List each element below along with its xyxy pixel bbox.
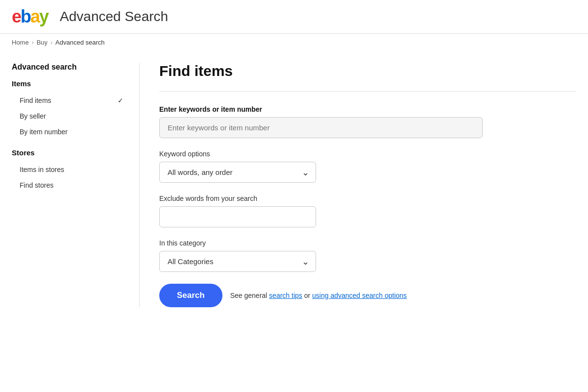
sidebar-stores-label: Stores — [12, 148, 127, 157]
search-footer: Search See general search tips or using … — [159, 284, 576, 307]
breadcrumb-sep-2: › — [50, 39, 52, 46]
breadcrumb-buy[interactable]: Buy — [37, 39, 48, 46]
check-icon: ✓ — [118, 97, 123, 104]
sidebar-item-by-item-number-label: By item number — [20, 128, 68, 136]
keyword-options-select-wrapper: All words, any order Any words, some ord… — [159, 162, 316, 183]
sidebar-item-by-seller[interactable]: By seller — [12, 109, 127, 123]
category-group: In this category All Categories Antiques… — [159, 239, 576, 272]
sidebar-item-by-item-number[interactable]: By item number — [12, 125, 127, 139]
tips-prefix: See general — [230, 292, 268, 299]
tips-middle: or — [304, 292, 312, 299]
search-button[interactable]: Search — [159, 284, 222, 307]
search-tips-link[interactable]: search tips — [269, 292, 302, 299]
page-header: ebay Advanced Search — [0, 0, 588, 34]
search-tips-text: See general search tips or using advance… — [230, 292, 407, 299]
keywords-input[interactable] — [159, 117, 483, 138]
exclude-words-input[interactable] — [159, 206, 316, 227]
content-area: Find items Enter keywords or item number… — [139, 63, 576, 307]
content-title: Find items — [159, 63, 576, 79]
advanced-search-options-link[interactable]: using advanced search options — [312, 292, 407, 299]
breadcrumb-home[interactable]: Home — [12, 39, 29, 46]
exclude-words-label: Exclude words from your search — [159, 195, 576, 202]
logo-letter-y: y — [39, 6, 48, 26]
page-title: Advanced Search — [60, 9, 168, 24]
main-layout: Advanced search Items Find items ✓ By se… — [0, 51, 588, 307]
ebay-logo[interactable]: ebay — [12, 8, 48, 25]
keyword-options-select[interactable]: All words, any order Any words, some ord… — [159, 162, 316, 183]
category-select[interactable]: All Categories Antiques Art Baby Books B… — [159, 251, 316, 272]
sidebar-item-find-stores-label: Find stores — [20, 181, 53, 189]
keywords-group: Enter keywords or item number — [159, 105, 576, 138]
sidebar-item-find-stores[interactable]: Find stores — [12, 178, 127, 192]
sidebar-item-find-items-label: Find items — [20, 97, 51, 104]
keyword-options-group: Keyword options All words, any order Any… — [159, 150, 576, 183]
divider — [159, 91, 576, 92]
sidebar-title: Advanced search — [12, 63, 127, 72]
sidebar-item-by-seller-label: By seller — [20, 112, 46, 120]
sidebar-items-label: Items — [12, 79, 127, 88]
category-select-wrapper: All Categories Antiques Art Baby Books B… — [159, 251, 316, 272]
stores-section: Stores Items in stores Find stores — [12, 148, 127, 192]
sidebar-item-items-in-stores-label: Items in stores — [20, 166, 64, 173]
sidebar: Advanced search Items Find items ✓ By se… — [12, 63, 139, 307]
sidebar-item-find-items[interactable]: Find items ✓ — [12, 94, 127, 107]
logo-letter-b: b — [21, 6, 30, 26]
breadcrumb-current: Advanced search — [55, 39, 104, 46]
breadcrumb-sep-1: › — [32, 39, 34, 46]
breadcrumb: Home › Buy › Advanced search — [0, 34, 588, 51]
logo-letter-e: e — [12, 6, 21, 26]
exclude-words-group: Exclude words from your search — [159, 195, 576, 227]
category-label: In this category — [159, 239, 576, 247]
logo-letter-a: a — [30, 6, 39, 26]
keyword-options-label: Keyword options — [159, 150, 576, 158]
sidebar-item-items-in-stores[interactable]: Items in stores — [12, 163, 127, 176]
keywords-label: Enter keywords or item number — [159, 105, 576, 113]
